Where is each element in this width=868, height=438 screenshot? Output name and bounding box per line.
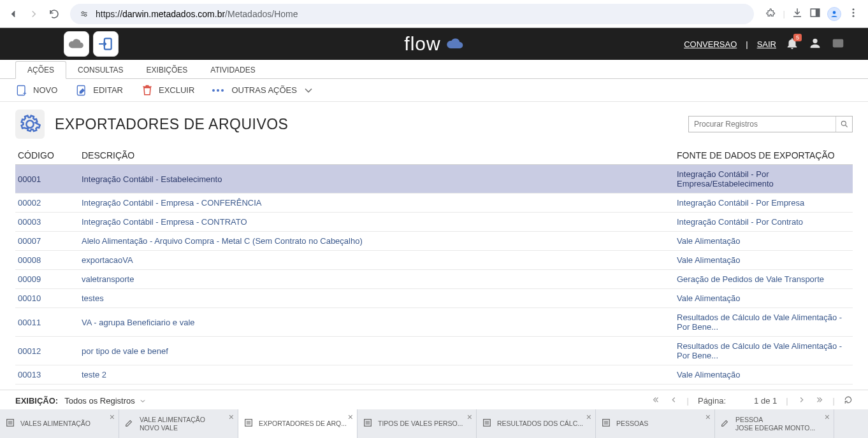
table-row[interactable]: 00011VA - agrupa Beneficiario e valeResu… bbox=[15, 308, 853, 337]
download-icon[interactable] bbox=[792, 7, 803, 20]
tab-close[interactable]: × bbox=[229, 412, 234, 422]
tab-consultas[interactable]: CONSULTAS bbox=[66, 62, 135, 78]
extensions-icon[interactable] bbox=[765, 7, 777, 20]
excluir-button[interactable]: EXCLUIR bbox=[141, 84, 194, 97]
back-button[interactable] bbox=[5, 6, 22, 22]
bottom-tab[interactable]: VALE ALIMENTAÇÃONOVO VALE× bbox=[119, 409, 238, 438]
svg-point-9 bbox=[853, 15, 855, 17]
cell-codigo: 00010 bbox=[15, 289, 79, 308]
refresh-button[interactable] bbox=[844, 395, 853, 406]
tab-text: TIPOS DE VALES PERSO... bbox=[378, 420, 471, 428]
tab-close[interactable]: × bbox=[110, 412, 115, 422]
gear-icon-box bbox=[15, 110, 45, 139]
novo-button[interactable]: + NOVO bbox=[15, 84, 57, 97]
edit-icon bbox=[720, 418, 730, 430]
bottom-tab[interactable]: RESULTADOS DOS CÁLC...× bbox=[477, 409, 596, 438]
search-input[interactable] bbox=[689, 120, 835, 129]
cell-codigo: 00003 bbox=[15, 213, 79, 232]
bottom-tab[interactable]: PESSOAS× bbox=[596, 409, 715, 438]
cell-descricao: Integração Contábil - Empresa - CONFERÊN… bbox=[79, 194, 674, 213]
page-next[interactable] bbox=[797, 395, 806, 406]
table-row[interactable]: 00007Alelo Alimentação - Arquivo Compra … bbox=[15, 232, 853, 251]
message-box-icon[interactable] bbox=[831, 36, 845, 52]
bottom-tab[interactable]: VALES ALIMENTAÇÃO× bbox=[0, 409, 119, 438]
table-row[interactable]: 00013teste 2Vale Alimentação bbox=[15, 365, 853, 385]
conversao-link[interactable]: CONVERSAO bbox=[684, 39, 737, 49]
svg-rect-11 bbox=[833, 39, 844, 47]
tab-acoes[interactable]: AÇÕES bbox=[15, 61, 66, 79]
list-icon bbox=[601, 418, 611, 430]
user-icon[interactable] bbox=[808, 36, 822, 52]
tab-text: PESSOAJOSE EDEGAR MONTO... bbox=[735, 416, 828, 432]
svg-rect-5 bbox=[816, 9, 820, 17]
side-panel-icon[interactable] bbox=[809, 7, 821, 20]
svg-point-15 bbox=[841, 121, 846, 125]
table-row[interactable]: 00003Integração Contábil - Empresa - CON… bbox=[15, 213, 853, 232]
cell-fonte: Vale Alimentação bbox=[674, 289, 853, 308]
cell-codigo: 00008 bbox=[15, 251, 79, 270]
view-select[interactable]: Todos os Registros bbox=[64, 396, 147, 406]
tab-atividades[interactable]: ATIVIDADES bbox=[199, 62, 266, 78]
page-last[interactable] bbox=[815, 395, 824, 406]
tab-text: VALES ALIMENTAÇÃO bbox=[20, 420, 113, 428]
sair-link[interactable]: SAIR bbox=[757, 39, 776, 49]
top-tabs: AÇÕES CONSULTAS EXIBIÇÕES ATIVIDADES bbox=[0, 60, 868, 79]
table-row[interactable]: 00009valetransporteGeração de Pedidos de… bbox=[15, 270, 853, 289]
tab-close[interactable]: × bbox=[586, 412, 591, 422]
edit-icon bbox=[124, 418, 134, 430]
svg-point-2 bbox=[82, 11, 83, 13]
tab-close[interactable]: × bbox=[825, 412, 830, 422]
list-icon bbox=[243, 418, 254, 430]
table-row[interactable]: 00010testesVale Alimentação bbox=[15, 289, 853, 308]
excluir-label: EXCLUIR bbox=[159, 85, 194, 95]
list-icon bbox=[363, 418, 373, 430]
cell-codigo: 00012 bbox=[15, 337, 79, 365]
cell-codigo: 00001 bbox=[15, 165, 79, 194]
bottom-tabs: VALES ALIMENTAÇÃO×VALE ALIMENTAÇÃONOVO V… bbox=[0, 409, 868, 438]
search-button[interactable] bbox=[835, 117, 852, 132]
tab-close[interactable]: × bbox=[467, 412, 472, 422]
enter-icon-button[interactable] bbox=[93, 31, 119, 57]
search-box[interactable] bbox=[688, 116, 853, 132]
url-text: https://darwin.metadados.com.br/Metadado… bbox=[96, 9, 739, 19]
table-row[interactable]: 00001Integração Contábil - Estabelecimen… bbox=[15, 165, 853, 194]
tab-exibicoes[interactable]: EXIBIÇÕES bbox=[135, 62, 199, 78]
table-row[interactable]: 00002Integração Contábil - Empresa - CON… bbox=[15, 194, 853, 213]
novo-label: NOVO bbox=[33, 85, 57, 95]
chrome-profile-icon[interactable] bbox=[827, 7, 841, 21]
svg-text:+: + bbox=[23, 90, 27, 97]
notifications-bell[interactable]: 5 bbox=[785, 36, 799, 52]
data-table: CÓDIGO DESCRIÇÃO FONTE DE DADOS DE EXPOR… bbox=[15, 146, 853, 404]
outras-acoes-button[interactable]: OUTRAS AÇÕES bbox=[212, 84, 315, 97]
svg-point-8 bbox=[853, 12, 855, 14]
editar-button[interactable]: EDITAR bbox=[75, 84, 123, 97]
tab-close[interactable]: × bbox=[705, 412, 711, 422]
dots-icon bbox=[212, 89, 224, 92]
table-wrap: CÓDIGO DESCRIÇÃO FONTE DE DADOS DE EXPOR… bbox=[0, 146, 868, 404]
col-codigo[interactable]: CÓDIGO bbox=[15, 146, 79, 165]
cloud-icon-button[interactable] bbox=[64, 31, 89, 57]
chevron-down-icon bbox=[139, 397, 147, 405]
bottom-tab[interactable]: PESSOAJOSE EDEGAR MONTO...× bbox=[715, 409, 834, 438]
col-descricao[interactable]: DESCRIÇÃO bbox=[79, 146, 674, 165]
bottom-tab[interactable]: EXPORTADORES DE ARQ...× bbox=[238, 409, 358, 438]
cell-descricao: Integração Contábil - Estabelecimento bbox=[79, 165, 674, 194]
url-bar[interactable]: https://darwin.metadados.com.br/Metadado… bbox=[70, 4, 754, 24]
cell-descricao: teste 2 bbox=[79, 365, 674, 385]
app-logo: flow bbox=[404, 33, 463, 55]
reload-button[interactable] bbox=[46, 6, 62, 22]
logo-cloud-icon bbox=[446, 38, 464, 50]
cell-descricao: valetransporte bbox=[79, 270, 674, 289]
table-row[interactable]: 00012por tipo de vale e benefResultados … bbox=[15, 337, 853, 365]
chrome-right-icons: | bbox=[762, 7, 863, 21]
page-first[interactable] bbox=[651, 395, 660, 406]
bottom-tab[interactable]: TIPOS DE VALES PERSO...× bbox=[358, 409, 477, 438]
table-row[interactable]: 00008exportacaoVAVale Alimentação bbox=[15, 251, 853, 270]
editar-label: EDITAR bbox=[93, 85, 123, 95]
tab-close[interactable]: × bbox=[348, 412, 353, 422]
page-prev[interactable] bbox=[669, 395, 678, 406]
chrome-menu-icon[interactable] bbox=[848, 7, 859, 20]
col-fonte[interactable]: FONTE DE DADOS DE EXPORTAÇÃO bbox=[674, 146, 853, 165]
list-icon bbox=[5, 418, 15, 430]
cell-fonte: Geração de Pedidos de Vale Transporte bbox=[674, 270, 853, 289]
